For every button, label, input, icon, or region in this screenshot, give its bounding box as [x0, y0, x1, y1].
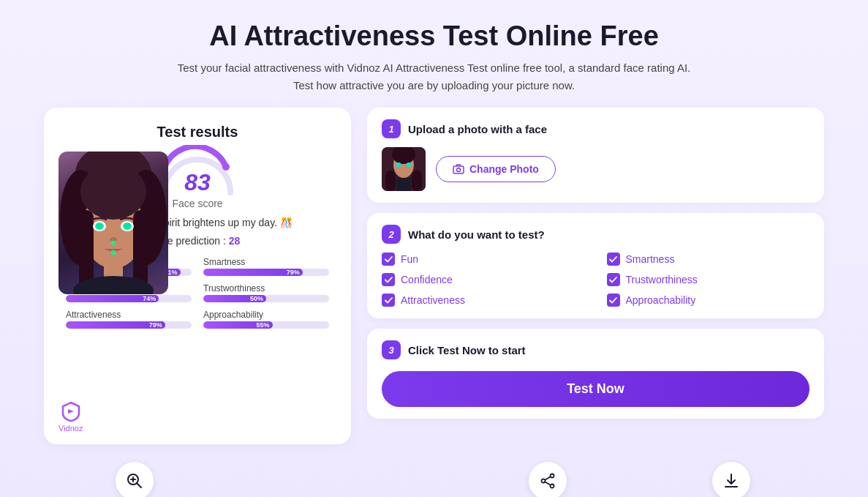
- svg-point-27: [396, 162, 401, 167]
- header: AI Attractiveness Test Online Free Test …: [44, 20, 824, 94]
- score-text: 83: [184, 169, 211, 195]
- checkbox-smartness-label: Smartness: [626, 253, 675, 265]
- upload-area: Change Photo: [382, 147, 809, 191]
- svg-point-19: [111, 241, 116, 246]
- svg-point-35: [550, 474, 554, 478]
- page-title: AI Attractiveness Test Online Free: [44, 20, 824, 52]
- metric-approachability: Approachability 55%: [203, 310, 329, 329]
- step3-number: 3: [382, 340, 401, 359]
- step1-title: Upload a photo with a face: [408, 123, 547, 135]
- svg-rect-26: [396, 178, 411, 191]
- svg-point-30: [457, 168, 461, 172]
- share-icon: [539, 472, 556, 490]
- svg-rect-29: [453, 166, 464, 173]
- checkboxes-grid: Fun Smartness Confidence: [382, 253, 809, 307]
- zoom-in-icon: [126, 472, 143, 490]
- checkbox-fun[interactable]: Fun: [382, 253, 585, 266]
- step2-number: 2: [382, 225, 401, 244]
- change-photo-label: Change Photo: [469, 163, 539, 175]
- svg-point-36: [550, 485, 554, 488]
- checkbox-trustworthiness-icon: [607, 273, 620, 286]
- svg-line-39: [545, 482, 551, 485]
- logo-area: Vidnoz: [59, 400, 83, 433]
- share-icon-circle: [529, 462, 567, 497]
- bottom-toolbar: Zoom in Share: [44, 452, 824, 497]
- download-icon: [722, 472, 740, 490]
- share-item[interactable]: Share: [529, 462, 567, 497]
- svg-point-37: [541, 479, 545, 483]
- uploaded-thumb: [382, 147, 426, 191]
- svg-rect-24: [385, 171, 396, 191]
- checkbox-smartness[interactable]: Smartness: [607, 253, 810, 266]
- metric-smartness: Smartness 79%: [203, 257, 329, 276]
- face-svg: [59, 152, 168, 294]
- checkbox-attractiveness-icon: [382, 294, 395, 307]
- step1-number: 1: [382, 119, 401, 138]
- step3-title: Click Test Now to start: [408, 344, 526, 356]
- change-photo-button[interactable]: Change Photo: [436, 156, 556, 182]
- page-wrapper: AI Attractiveness Test Online Free Test …: [0, 0, 868, 497]
- page-subtitle: Test your facial attractiveness with Vid…: [44, 59, 824, 94]
- svg-rect-25: [412, 171, 422, 191]
- svg-point-20: [111, 250, 116, 255]
- step2-card: 2 What do you want to test? Fun S: [367, 213, 824, 318]
- download-item[interactable]: Download: [710, 462, 752, 497]
- checkbox-confidence[interactable]: Confidence: [382, 273, 585, 286]
- checkbox-fun-label: Fun: [401, 253, 418, 265]
- step1-card: 1 Upload a photo with a face: [367, 108, 824, 203]
- checkbox-approachability-label: Approachability: [626, 294, 696, 306]
- checkbox-approachability[interactable]: Approachability: [607, 294, 810, 307]
- results-panel: Test results 83 Face score Your playful …: [44, 108, 351, 444]
- checkbox-approachability-icon: [607, 294, 620, 307]
- gauge-svg: 83: [157, 145, 238, 196]
- svg-point-5: [80, 164, 146, 220]
- svg-line-32: [137, 484, 142, 488]
- checkbox-attractiveness[interactable]: Attractiveness: [382, 294, 585, 307]
- vidnoz-logo-icon: [60, 400, 82, 422]
- test-now-button[interactable]: Test Now: [382, 371, 809, 407]
- metric-trustworthiness: Trustworthiness 50%: [203, 283, 329, 302]
- zoom-in-icon-circle: [116, 462, 154, 497]
- checkbox-confidence-label: Confidence: [401, 274, 453, 285]
- age-value: 28: [229, 235, 241, 247]
- step2-title: What do you want to test?: [408, 228, 545, 241]
- camera-icon: [453, 163, 464, 175]
- svg-point-17: [97, 224, 102, 229]
- checkbox-trustworthiness[interactable]: Trustworthiness: [607, 273, 810, 286]
- svg-line-38: [545, 477, 551, 479]
- step3-card: 3 Click Test Now to start Test Now: [367, 329, 824, 419]
- zoom-in-item[interactable]: Zoom in: [116, 462, 154, 497]
- results-title: Test results: [59, 124, 336, 141]
- svg-point-18: [125, 224, 130, 229]
- svg-point-28: [407, 162, 412, 167]
- right-panel: 1 Upload a photo with a face: [367, 108, 824, 419]
- checkbox-smartness-icon: [607, 253, 620, 266]
- main-content: Test results 83 Face score Your playful …: [44, 108, 824, 444]
- thumb-svg: [382, 147, 426, 191]
- face-image: [59, 152, 168, 294]
- metric-attractiveness: Attractiveness 79%: [66, 310, 192, 329]
- download-icon-circle: [712, 462, 750, 497]
- checkbox-fun-icon: [382, 253, 395, 266]
- checkbox-confidence-icon: [382, 273, 395, 286]
- checkbox-trustworthiness-label: Trustworthiness: [626, 274, 698, 285]
- checkbox-attractiveness-label: Attractiveness: [401, 294, 465, 306]
- logo-text: Vidnoz: [59, 424, 83, 433]
- svg-point-0: [222, 163, 230, 171]
